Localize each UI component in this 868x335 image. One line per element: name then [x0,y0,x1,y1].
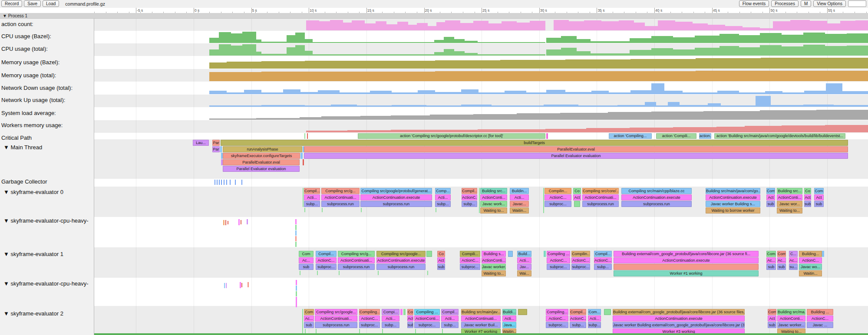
trace-block[interactable]: ActionContinuation.execute [706,194,760,200]
trace-tick[interactable] [296,280,297,285]
trace-tick[interactable] [300,271,300,275]
trace-block[interactable]: Compilin... [571,251,590,257]
trace-block[interactable]: Acti... [517,257,531,263]
trace-block[interactable]: Building s... [482,251,506,257]
trace-block[interactable]: ActionC... [546,315,568,322]
trace-block[interactable]: subprocess.run [621,201,692,207]
trace-tick[interactable] [241,180,242,185]
trace-tick[interactable] [302,309,303,333]
trace-tick[interactable] [316,329,317,333]
trace-block[interactable]: subprocess.run [338,264,375,270]
trace-block[interactable]: Com [766,188,775,194]
trace-block[interactable]: Compil... [570,309,586,315]
trace-block[interactable]: Javac wor... [777,201,802,207]
trace-block[interactable]: action 'Compiling... [609,133,652,139]
trace-block[interactable]: Compiling src/google... [376,251,426,257]
trace-block[interactable]: ActionConti... [414,315,440,322]
record-button[interactable]: Record [1,0,22,7]
trace-block[interactable]: ActionConti... [777,194,802,200]
trace-tick[interactable] [378,271,379,275]
trace-block[interactable]: Waitin... [510,207,529,213]
trace-block[interactable]: Par [212,140,220,146]
trace-tick[interactable] [225,220,226,225]
trace-block[interactable]: subproc... [571,264,590,270]
trace-tick[interactable] [415,329,416,333]
trace-tick[interactable] [224,180,224,185]
trace-block[interactable]: Buildi... [502,309,516,315]
trace-block[interactable]: ActionC... [570,315,586,322]
trace-block[interactable]: Building src... [480,188,507,194]
trace-tick[interactable] [220,146,222,152]
trace-tick[interactable] [479,188,480,213]
trace-tick[interactable] [822,251,824,257]
trace-block[interactable]: ActionConti... [777,315,805,322]
trace-tick[interactable] [240,282,241,288]
trace-block[interactable]: Compil... [462,188,477,194]
trace-block[interactable]: Compilin... [545,188,571,194]
trace-block[interactable]: subprocess.run [315,322,357,328]
trace-block[interactable]: subproc... [546,322,568,328]
trace-block[interactable]: Compil... [594,251,612,257]
trace-tick[interactable] [303,188,304,207]
trace-tick[interactable] [604,309,611,315]
trace-block[interactable]: ActionContinuation.execute [614,257,759,263]
trace-block[interactable]: Javac wo... [799,264,822,270]
trace-block[interactable]: ActionContinuation.execute [621,194,692,200]
trace-tick[interactable] [574,201,580,207]
trace-block[interactable]: skyframeExecutor.configureTargets [223,153,300,159]
trace-block[interactable]: Javac worker Building s... [706,201,760,207]
trace-block[interactable]: Acti... [502,315,516,322]
trace-block[interactable]: Compiling src/google... [315,309,357,315]
view-options-button[interactable]: View Options [813,0,846,7]
trace-block[interactable]: subp... [304,201,320,207]
trace-block[interactable]: Building src/ma... [777,309,805,315]
trace-block[interactable]: ActionC... [359,315,380,322]
trace-tick[interactable] [426,251,432,257]
trace-block[interactable]: Ac... [304,315,314,322]
trace-block[interactable]: Ac... [299,257,314,263]
trace-block[interactable]: subproc... [359,322,380,328]
trace-block[interactable]: Waiting to... [482,270,506,276]
trace-block[interactable]: Lau... [193,140,209,146]
trace-tick[interactable] [296,291,297,296]
trace-tick[interactable] [241,283,242,287]
trace-block[interactable]: Compil... [316,251,337,257]
trace-tick[interactable] [219,180,220,185]
trace-block[interactable]: Java... [502,322,516,328]
trace-tick[interactable] [238,219,240,225]
trace-block[interactable]: Build... [517,251,531,257]
trace-tick[interactable] [223,220,224,225]
trace-block[interactable]: Parallel Evaluator evaluation [304,153,848,159]
trace-tick[interactable] [339,271,340,275]
trace-block[interactable]: ActionContinuation.execute [360,194,432,200]
trace-block[interactable]: Act [573,194,581,200]
trace-block[interactable]: Ac... [777,257,786,263]
trace-tick[interactable] [442,329,443,333]
trace-block[interactable]: Act [437,257,445,263]
trace-tick[interactable] [508,251,513,257]
trace-tick[interactable] [295,242,297,247]
track-group-label[interactable]: ▼ skyframe-evaluator-cpu-heavy- [3,280,89,287]
trace-tick[interactable] [317,271,318,275]
trace-block[interactable]: subproc... [460,264,480,270]
load-button[interactable]: Load [43,0,59,7]
trace-block[interactable]: subp... [594,264,612,270]
trace-block[interactable]: sub [304,322,314,328]
trace-block[interactable]: Act [804,194,811,200]
trace-block[interactable]: subp... [435,201,451,207]
trace-block[interactable]: Compiling src/core/... [582,188,619,194]
trace-block[interactable]: Building external/com_google_protobuf/ja… [613,309,745,315]
trace-block[interactable]: sub [804,201,811,207]
trace-block[interactable]: Waiting to borrow worker [706,207,760,213]
trace-block[interactable]: Javac worker... [777,322,805,328]
trace-block[interactable]: Co [437,251,445,257]
track-group-label[interactable]: ▼ skyframe-evaluator 0 [3,189,63,195]
trace-tick[interactable] [304,133,305,139]
trace-tick[interactable] [228,221,228,224]
trace-tick[interactable] [300,153,303,159]
trace-tick[interactable] [221,180,222,185]
trace-tick[interactable] [544,251,546,257]
trace-block[interactable]: action 'Compili... [656,133,696,139]
trace-block[interactable]: subproc... [316,264,337,270]
trace-block[interactable]: Compiling... [546,309,568,315]
